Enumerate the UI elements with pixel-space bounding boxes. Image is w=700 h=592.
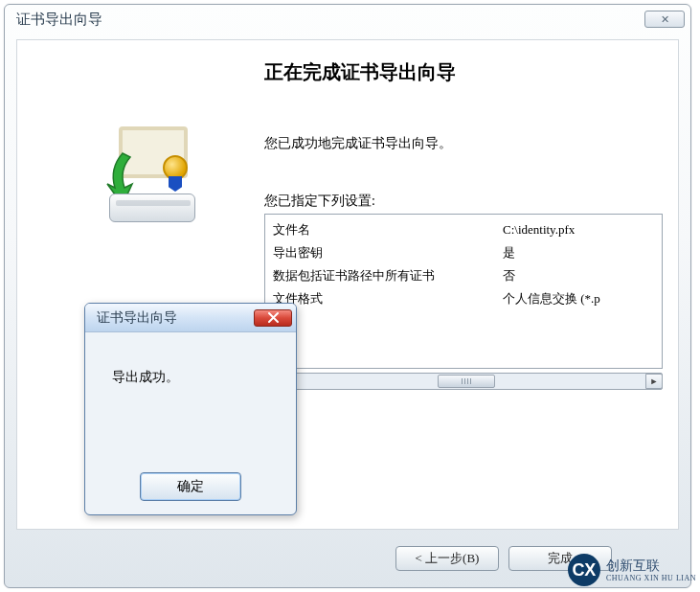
message-titlebar: 证书导出向导	[85, 304, 296, 332]
wizard-content: 正在完成证书导出向导 您已成功地完成证书导出向导。 您已指定下列设置: 文件名 …	[264, 59, 663, 513]
wizard-titlebar: 证书导出向导 ✕	[5, 5, 690, 34]
scroll-right-button[interactable]: ►	[645, 374, 663, 389]
message-close-button[interactable]	[254, 309, 292, 327]
settings-row: 数据包括证书路径中所有证书 否	[273, 264, 654, 287]
wizard-close-button[interactable]: ✕	[644, 11, 685, 28]
logo-icon: CX	[568, 554, 600, 586]
settings-key: 导出密钥	[273, 241, 503, 264]
close-icon	[268, 312, 279, 323]
drive-icon	[109, 194, 195, 222]
logo-subtext: CHUANG XIN HU LIAN	[606, 575, 696, 582]
certificate-export-icon	[86, 126, 215, 241]
logo-text: 创新互联	[606, 558, 696, 575]
settings-row: 文件名 C:\identity.pfx	[273, 218, 654, 241]
message-footer: 确定	[85, 472, 296, 501]
message-title: 证书导出向导	[97, 309, 177, 327]
wizard-heading: 正在完成证书导出向导	[264, 59, 663, 85]
scrollbar-thumb[interactable]	[438, 375, 495, 388]
settings-listbox[interactable]: 文件名 C:\identity.pfx 导出密钥 是 数据包括证书路径中所有证书…	[264, 214, 663, 369]
settings-row: 导出密钥 是	[273, 241, 654, 264]
ok-button[interactable]: 确定	[140, 472, 241, 501]
settings-value: 是	[503, 241, 654, 264]
settings-value: 个人信息交换 (*.p	[503, 287, 654, 310]
close-icon: ✕	[661, 13, 669, 26]
settings-key: 文件名	[273, 218, 503, 241]
ribbon-icon	[169, 176, 182, 192]
settings-key: 文件格式	[273, 287, 503, 310]
settings-row: 文件格式 个人信息交换 (*.p	[273, 287, 654, 310]
settings-label: 您已指定下列设置:	[264, 193, 663, 210]
settings-value: C:\identity.pfx	[503, 218, 654, 241]
logo: CX 创新互联 CHUANG XIN HU LIAN	[568, 554, 696, 586]
back-button[interactable]: < 上一步(B)	[395, 546, 499, 571]
message-dialog: 证书导出向导 导出成功。 确定	[84, 303, 297, 515]
wizard-title: 证书导出向导	[16, 11, 102, 29]
message-text: 导出成功。	[85, 332, 296, 396]
horizontal-scrollbar[interactable]: ◄ ►	[264, 373, 663, 390]
wizard-success-text: 您已成功地完成证书导出向导。	[264, 135, 663, 152]
settings-key: 数据包括证书路径中所有证书	[273, 264, 503, 287]
settings-value: 否	[503, 264, 654, 287]
